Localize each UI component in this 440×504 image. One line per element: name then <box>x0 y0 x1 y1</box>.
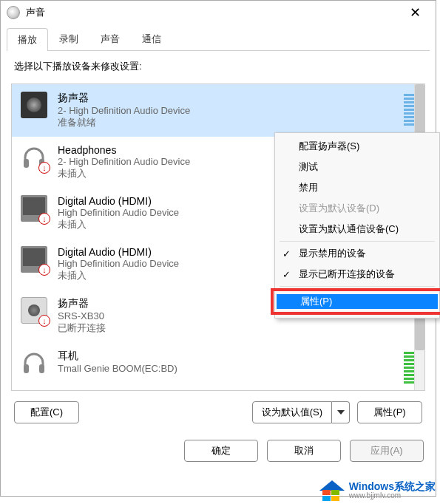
menu-item-label: 禁用 <box>299 181 318 194</box>
unplugged-badge-icon <box>38 162 50 174</box>
svg-rect-0 <box>24 159 29 168</box>
monitor-icon <box>21 195 47 222</box>
dialog-buttons: 确定 取消 应用(A) <box>1 429 436 469</box>
tab-playback[interactable]: 播放 <box>7 28 48 51</box>
tab-recording[interactable]: 录制 <box>48 27 89 50</box>
menu-item[interactable]: 属性(P) <box>275 288 439 315</box>
sound-dialog: 声音 ✕ 播放 录制 声音 通信 选择以下播放设备来修改设置: 扬声器2- Hi… <box>0 0 436 497</box>
device-status: 准备就绪 <box>58 116 404 129</box>
menu-item[interactable]: 设置为默认通信设备(C) <box>275 219 439 239</box>
menu-item-label: 配置扬声器(S) <box>299 140 359 153</box>
menu-item-label: 显示禁用的设备 <box>299 247 366 260</box>
menu-item[interactable]: 配置扬声器(S) <box>275 136 439 157</box>
checkmark-icon: ✓ <box>282 269 291 280</box>
menu-item[interactable]: ✓显示已断开连接的设备 <box>275 264 439 285</box>
menu-item-label: 测试 <box>299 160 318 174</box>
device-status: 已断开连接 <box>58 321 419 335</box>
menu-item: 设置为默认设备(D) <box>275 198 439 219</box>
headphones-icon <box>21 144 47 171</box>
menu-item-label: 设置为默认设备(D) <box>299 202 379 215</box>
ok-button[interactable]: 确定 <box>184 440 258 462</box>
window-title: 声音 <box>26 6 400 19</box>
close-button[interactable]: ✕ <box>400 4 430 21</box>
checkmark-icon: ✓ <box>282 248 291 259</box>
speaker-icon <box>21 92 47 118</box>
device-text: 耳机Tmall Genie BOOM(EC:BD) <box>58 350 404 374</box>
menu-item-label: 设置为默认通信设备(C) <box>299 222 399 236</box>
menu-separator <box>280 241 435 242</box>
menu-item[interactable]: 禁用 <box>275 177 439 198</box>
menu-item-label: 属性(P) <box>277 294 438 309</box>
monitor-icon <box>21 246 47 273</box>
titlebar: 声音 ✕ <box>1 1 436 24</box>
context-menu: 配置扬声器(S)测试禁用设置为默认设备(D)设置为默认通信设备(C)✓显示禁用的… <box>274 132 440 319</box>
device-row[interactable]: 耳机Tmall Genie BOOM(EC:BD) <box>12 342 424 391</box>
device-desc: Tmall Genie BOOM(EC:BD) <box>58 363 404 374</box>
speaker-box-icon <box>21 297 47 324</box>
svg-rect-3 <box>39 364 44 373</box>
set-default-button[interactable]: 设为默认值(S) <box>252 401 332 423</box>
menu-separator <box>280 286 435 287</box>
tab-strip: 播放 录制 声音 通信 <box>7 27 430 51</box>
watermark: Windows系统之家 www.bjjmlv.com <box>319 480 436 501</box>
configure-button[interactable]: 配置(C) <box>14 401 79 423</box>
device-name: 扬声器 <box>58 92 404 105</box>
tab-communications[interactable]: 通信 <box>131 27 172 50</box>
panel-footer: 配置(C) 设为默认值(S) 属性(P) <box>11 401 425 423</box>
instruction-text: 选择以下播放设备来修改设置: <box>11 60 425 73</box>
tab-sounds[interactable]: 声音 <box>89 27 131 50</box>
watermark-logo <box>319 480 345 501</box>
apply-button[interactable]: 应用(A) <box>350 440 424 462</box>
headphones-icon <box>21 350 47 376</box>
menu-item[interactable]: ✓显示禁用的设备 <box>275 243 439 264</box>
menu-item-label: 显示已断开连接的设备 <box>299 268 395 281</box>
unplugged-badge-icon <box>38 264 50 276</box>
chevron-down-icon <box>337 410 345 415</box>
svg-rect-2 <box>24 364 29 373</box>
watermark-line1: Windows系统之家 <box>349 481 436 491</box>
menu-item[interactable]: 测试 <box>275 157 439 177</box>
app-icon <box>7 6 20 19</box>
properties-button[interactable]: 属性(P) <box>357 401 422 423</box>
cancel-button[interactable]: 取消 <box>267 440 341 462</box>
device-row[interactable]: 扬声器2- High Definition Audio Device准备就绪 <box>12 84 424 137</box>
set-default-dropdown[interactable] <box>332 401 350 423</box>
unplugged-badge-icon <box>38 315 50 327</box>
device-desc: 2- High Definition Audio Device <box>58 105 404 116</box>
device-text: 扬声器2- High Definition Audio Device准备就绪 <box>58 92 404 129</box>
unplugged-badge-icon <box>38 213 50 225</box>
device-name: 耳机 <box>58 350 404 363</box>
watermark-line2: www.bjjmlv.com <box>349 491 436 500</box>
